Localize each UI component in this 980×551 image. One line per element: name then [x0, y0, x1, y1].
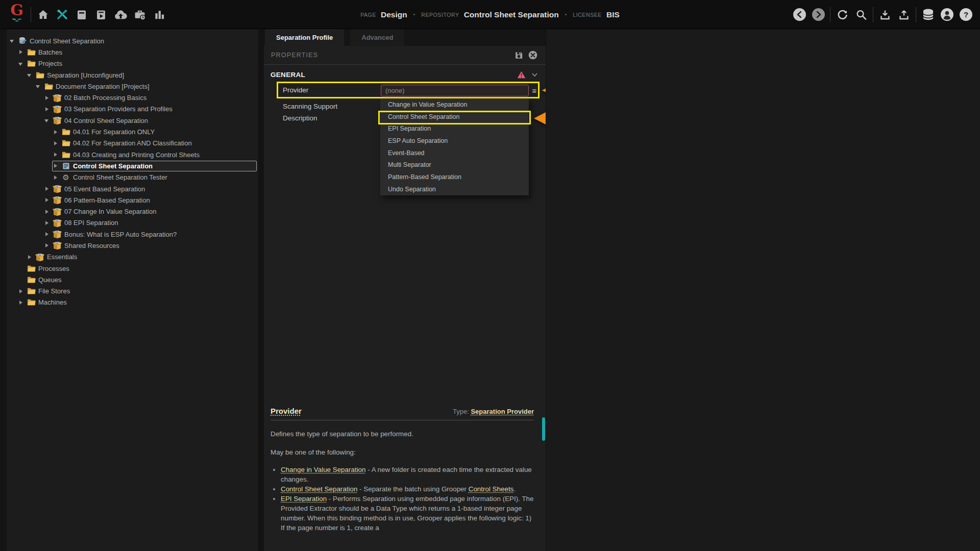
help-link[interactable]: Control Sheets: [469, 485, 514, 493]
tree-item[interactable]: 04.02 For Separation AND Classification: [0, 138, 258, 149]
expand-arrow-icon[interactable]: [44, 231, 50, 237]
user-icon[interactable]: [940, 8, 954, 22]
svg-text:?: ?: [963, 10, 968, 19]
expand-arrow-icon[interactable]: [53, 163, 59, 169]
dropdown-item[interactable]: Pattern-Based Separation: [380, 171, 529, 183]
dropdown-item[interactable]: Change in Value Separation: [380, 98, 529, 111]
expand-arrow-icon[interactable]: [44, 209, 50, 215]
expand-arrow-icon[interactable]: [27, 254, 33, 260]
help-icon[interactable]: ?: [959, 8, 973, 22]
dropdown-item[interactable]: ESP Auto Separation: [380, 135, 529, 147]
tree-item[interactable]: 04 Control Sheet Separation: [0, 115, 258, 126]
tree-item-label: Machines: [38, 298, 67, 306]
tree-item-label: 08 EPI Separation: [64, 219, 118, 227]
expand-arrow-icon[interactable]: [44, 106, 50, 112]
divider: [916, 7, 916, 22]
nav-forward-icon[interactable]: [811, 8, 825, 22]
chevron-down-icon[interactable]: [529, 70, 540, 79]
tree-item[interactable]: Machines: [0, 297, 258, 308]
provider-input[interactable]: [381, 85, 529, 96]
tree-item[interactable]: Bonus: What is ESP Auto Separation?: [0, 229, 258, 240]
tree-item[interactable]: File Stores: [0, 286, 258, 297]
tree-item[interactable]: 08 EPI Separation: [0, 217, 258, 229]
expand-arrow-icon[interactable]: [18, 288, 24, 294]
cloud-upload-icon[interactable]: [113, 7, 128, 22]
collapse-arrow-icon[interactable]: [35, 83, 41, 89]
tab-advanced[interactable]: Advanced: [350, 29, 404, 46]
tab-separation-profile[interactable]: Separation Profile: [265, 29, 344, 46]
tools-icon[interactable]: [55, 7, 70, 22]
stats-bars-icon[interactable]: [152, 7, 167, 22]
tree-item[interactable]: 02 Batch Processing Basics: [0, 92, 258, 103]
tree-item[interactable]: 05 Event Based Separation: [0, 183, 258, 194]
grooper-logo-icon[interactable]: G: [8, 3, 26, 26]
package-icon: [53, 241, 62, 250]
download-icon[interactable]: [878, 8, 892, 22]
expand-arrow-icon[interactable]: [44, 220, 50, 226]
help-link[interactable]: Control Sheet Separation: [281, 485, 357, 493]
expand-arrow-icon[interactable]: [53, 140, 59, 146]
save-icon[interactable]: [513, 49, 524, 61]
tree-item[interactable]: 06 Pattern-Based Separation: [0, 194, 258, 206]
expand-arrow-icon[interactable]: [53, 174, 59, 181]
help-link[interactable]: Change in Value Separation: [281, 466, 366, 473]
tree-item[interactable]: Control Sheet Separation: [0, 35, 258, 46]
tree-item[interactable]: Projects: [0, 58, 258, 69]
tree-item-label: Projects: [38, 60, 62, 67]
case-clock-icon[interactable]: [132, 7, 148, 22]
divider: [264, 64, 546, 65]
tree-item[interactable]: Queues: [0, 274, 258, 285]
search-icon[interactable]: [854, 8, 868, 22]
database-icon[interactable]: [921, 8, 935, 22]
app-window: G PAGE Design • REPOSITORY Control Sheet…: [0, 0, 980, 551]
expand-arrow-icon[interactable]: [44, 197, 50, 203]
close-icon[interactable]: [527, 49, 538, 61]
nav-back-icon[interactable]: [792, 8, 806, 22]
help-type-link[interactable]: Separation Provider: [471, 408, 534, 415]
tree-item[interactable]: Processes: [0, 263, 258, 274]
provider-menu-icon[interactable]: ≡: [530, 84, 539, 96]
expand-arrow-icon[interactable]: [44, 95, 50, 101]
tab-bar: Separation Profile Advanced: [264, 29, 546, 46]
collapse-arrow-icon[interactable]: [44, 117, 50, 123]
folder-icon: [27, 264, 36, 273]
general-section-header[interactable]: GENERAL: [271, 68, 540, 81]
refresh-icon[interactable]: [835, 8, 849, 22]
dropdown-item[interactable]: Multi Separator: [380, 159, 529, 171]
tree-item[interactable]: 03 Separation Providers and Profiles: [0, 104, 258, 115]
repository-value: Control Sheet Separation: [464, 10, 559, 19]
expand-arrow-icon[interactable]: [44, 186, 50, 192]
tree-item[interactable]: Batches: [0, 46, 258, 58]
tree-item[interactable]: Shared Resources: [0, 240, 258, 251]
expand-arrow-icon[interactable]: [44, 242, 50, 248]
tree-item-label: 04.02 For Separation AND Classification: [73, 139, 192, 147]
panel-divider[interactable]: [258, 29, 264, 551]
tree-item[interactable]: 04.03 Creating and Printing Control Shee…: [0, 149, 258, 160]
tree-item-box: Control Sheet Separation: [9, 36, 257, 46]
tree-item[interactable]: Essentials: [0, 252, 258, 263]
home-icon[interactable]: [35, 7, 51, 22]
tree-item[interactable]: 07 Change In Value Separation: [0, 206, 258, 217]
scrollbar-thumb[interactable]: [542, 417, 545, 441]
expand-arrow-icon[interactable]: [53, 152, 59, 158]
dropdown-item[interactable]: Event-Based: [380, 147, 529, 159]
collapse-arrow-icon[interactable]: [18, 61, 24, 67]
tree-item[interactable]: Separation [Unconfigured]: [0, 69, 258, 81]
tree-item-box: 04.01 For Separation ONLY: [52, 127, 257, 137]
expand-arrow-icon[interactable]: [53, 129, 59, 135]
batch-play-icon[interactable]: [93, 7, 109, 22]
archive-box-icon[interactable]: [74, 7, 89, 22]
tree-item[interactable]: ⚙Control Sheet Separation Tester: [0, 172, 258, 183]
expand-arrow-icon[interactable]: [18, 299, 24, 306]
node-tree: Control Sheet SeparationBatchesProjectsS…: [0, 35, 258, 308]
dropdown-item[interactable]: Undo Separation: [380, 183, 529, 195]
tree-item[interactable]: 04.01 For Separation ONLY: [0, 126, 258, 137]
tree-item[interactable]: Control Sheet Separation: [0, 160, 258, 171]
collapse-arrow-icon[interactable]: [9, 38, 15, 44]
upload-icon[interactable]: [897, 8, 911, 22]
expand-arrow-icon[interactable]: [18, 49, 24, 55]
sheet-icon: [61, 162, 70, 170]
tree-item[interactable]: Document Separation [Projects]: [0, 81, 258, 92]
help-link[interactable]: EPI Separation: [281, 495, 327, 503]
collapse-arrow-icon[interactable]: [27, 72, 33, 78]
